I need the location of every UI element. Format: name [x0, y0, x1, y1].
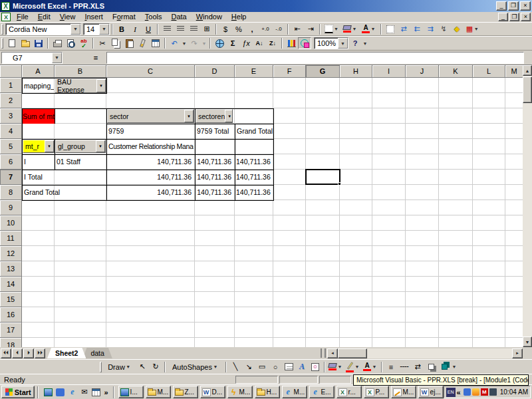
menu-help[interactable]: Help	[227, 12, 251, 22]
cell-c5[interactable]: Customer Relationship Manag	[108, 139, 194, 154]
quicklaunch-browser-icon[interactable]	[43, 387, 53, 397]
workbook-close-button[interactable]: ×	[521, 13, 531, 21]
taskbar-button-3[interactable]: Z...	[173, 386, 198, 398]
row-header-4[interactable]: 4	[0, 124, 22, 139]
sheet-grid[interactable]	[22, 78, 523, 347]
format-painter-icon[interactable]	[136, 37, 149, 49]
increase-indent-icon[interactable]: ⇥	[304, 23, 317, 35]
cut-icon[interactable]: ✂	[96, 37, 109, 49]
spelling-icon[interactable]: ab	[77, 37, 90, 49]
menu-file[interactable]: File	[12, 12, 33, 22]
row-header-15[interactable]: 15	[0, 292, 22, 307]
row-header-17[interactable]: 17	[0, 323, 22, 338]
autosum-icon[interactable]: Σ	[226, 37, 239, 49]
cell-e8[interactable]: 140,711.36	[236, 185, 272, 200]
active-cell-selection[interactable]	[305, 169, 340, 185]
data-field-cell[interactable]: Sum of mt_t	[23, 109, 55, 124]
fill-color-icon[interactable]: ▼	[341, 23, 360, 35]
paste-icon[interactable]	[122, 37, 136, 49]
vertical-scroll-thumb[interactable]	[523, 76, 532, 103]
align-right-icon[interactable]	[187, 23, 200, 35]
sheet-tab-data[interactable]: data	[82, 348, 112, 358]
arrow-style-icon[interactable]: ⇄	[411, 361, 424, 373]
row-header-6[interactable]: 6	[0, 154, 22, 170]
line-color-icon[interactable]: ▼	[344, 361, 362, 373]
font-name-combo[interactable]: Cordia New ▼	[5, 23, 81, 35]
line-icon[interactable]: ╲	[229, 361, 242, 373]
field-dropdown-icon[interactable]: ▼	[45, 140, 54, 152]
row-header-11[interactable]: 11	[0, 231, 22, 246]
next-sheet-icon[interactable]: ⏵	[23, 348, 34, 358]
page-field-button[interactable]: BAU Expense ▼	[55, 78, 106, 93]
field-settings-icon[interactable]: ◆	[450, 23, 464, 35]
column-field-sectoren[interactable]: sectoren ▼	[196, 109, 233, 123]
zoom-combo[interactable]: 100% ▼	[314, 37, 348, 49]
cell-b6[interactable]: 01 Staff	[57, 154, 104, 169]
start-button[interactable]: Start	[1, 386, 35, 398]
copy-icon[interactable]	[109, 37, 122, 49]
column-header-i[interactable]: I	[372, 65, 406, 78]
column-header-f[interactable]: F	[273, 65, 306, 78]
tab-split-handle[interactable]	[321, 348, 326, 358]
field-dropdown-icon[interactable]: ▼	[96, 140, 105, 152]
cell-e6[interactable]: 140,711.36	[236, 154, 272, 169]
menu-insert[interactable]: Insert	[80, 12, 108, 22]
horizontal-scrollbar[interactable]	[338, 348, 512, 358]
help-icon[interactable]: ?	[348, 37, 362, 49]
tray-orange-icon[interactable]	[472, 388, 479, 396]
row-header-1[interactable]: 1	[0, 78, 22, 93]
tray-chevron-icon[interactable]: «	[457, 388, 461, 396]
drawing-icon[interactable]	[298, 37, 311, 49]
cell-c7[interactable]: 140,711.36	[108, 170, 194, 184]
row-header-3[interactable]: 3	[0, 108, 22, 124]
cell-c4[interactable]: 9759	[108, 124, 192, 138]
column-header-m[interactable]: M	[505, 65, 523, 78]
borders-icon[interactable]: ▼	[323, 23, 341, 35]
print-preview-icon[interactable]	[64, 37, 77, 49]
column-header-a[interactable]: A	[22, 65, 55, 78]
menu-data[interactable]: Data	[166, 12, 191, 22]
align-left-icon[interactable]	[160, 23, 174, 35]
taskbar-button-1[interactable]: I...	[118, 386, 144, 398]
menu-view[interactable]: View	[55, 12, 80, 22]
free-rotate-icon[interactable]: ↻	[149, 361, 162, 373]
shadow-icon[interactable]	[424, 361, 438, 373]
row-header-7[interactable]: 7	[0, 170, 22, 185]
text-box-icon[interactable]	[282, 361, 295, 373]
chevron-down-icon[interactable]: ▼	[99, 24, 109, 35]
toolbar-options-icon[interactable]: ▼	[362, 38, 368, 49]
column-header-j[interactable]: J	[406, 65, 439, 78]
taskbar-button-9[interactable]: r...	[336, 386, 362, 398]
column-header-h[interactable]: H	[340, 65, 372, 78]
column-header-k[interactable]: K	[439, 65, 473, 78]
cell-c8[interactable]: 140,711.36	[108, 185, 194, 200]
close-button[interactable]: ×	[520, 1, 531, 11]
row-field-mt-r[interactable]: mt_r ▼	[23, 140, 55, 153]
quicklaunch-more-icon[interactable]: »	[104, 388, 108, 396]
italic-button[interactable]: I	[128, 23, 142, 35]
taskbar-button-12[interactable]: ej...	[418, 386, 444, 398]
row-header-13[interactable]: 13	[0, 261, 22, 277]
taskbar-button-4[interactable]: D...	[200, 386, 225, 398]
fill-color-icon[interactable]: ▼	[327, 361, 344, 373]
formula-input[interactable]	[106, 52, 524, 64]
cell-d6[interactable]: 140,711.36	[196, 154, 233, 169]
taskbar-button-5[interactable]: M...	[227, 386, 253, 398]
scroll-left-icon[interactable]: ◂	[327, 348, 338, 358]
column-header-d[interactable]: D	[195, 65, 235, 78]
taskbar-button-6[interactable]: H...	[255, 386, 280, 398]
column-header-e[interactable]: E	[235, 65, 273, 78]
tray-blue-icon[interactable]	[464, 388, 471, 396]
font-color-icon[interactable]: A▼	[360, 23, 378, 35]
equals-button[interactable]: =	[89, 52, 102, 64]
row-header-12[interactable]: 12	[0, 246, 22, 261]
row-header-10[interactable]: 10	[0, 215, 22, 231]
save-icon[interactable]	[32, 37, 45, 49]
comma-button[interactable]: ,	[245, 23, 259, 35]
row-header-5[interactable]: 5	[0, 139, 22, 154]
quicklaunch-outlook-icon[interactable]	[55, 387, 65, 397]
column-header-c[interactable]: C	[106, 65, 195, 78]
pivot-swap-fields-icon[interactable]: ⇄	[397, 23, 410, 35]
underline-button[interactable]: U	[142, 23, 155, 35]
scroll-down-icon[interactable]: ▼	[523, 336, 532, 347]
